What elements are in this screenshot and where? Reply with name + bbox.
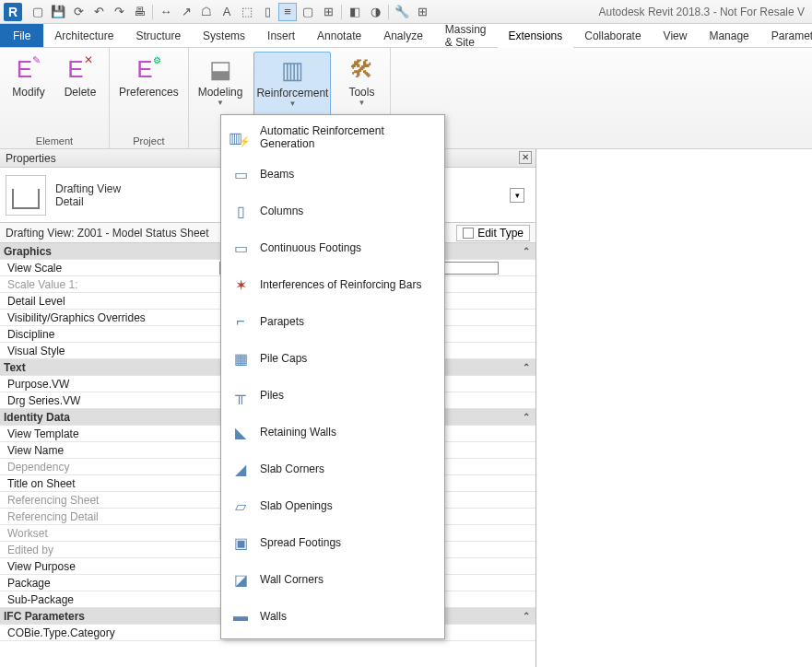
preferences-e-icon: E⚙ — [133, 53, 164, 85]
wall-icon: ▬ — [230, 606, 251, 626]
ribbon-group-label: Project — [133, 134, 164, 146]
interference-icon: ✶ — [230, 275, 251, 295]
close-views-icon[interactable]: ▢ — [299, 3, 317, 21]
tab-systems[interactable]: Systems — [192, 24, 256, 47]
tab-structure[interactable]: Structure — [124, 24, 192, 47]
menu-interferences[interactable]: ✶Interferences of Reinforcing Bars — [221, 266, 444, 303]
close-icon[interactable]: ✕ — [519, 151, 532, 164]
slab-opening-icon: ▱ — [230, 496, 251, 516]
save-icon[interactable]: 💾 — [49, 3, 67, 21]
separator — [152, 5, 153, 19]
tag-icon[interactable]: ☖ — [197, 3, 216, 21]
column-icon: ▯ — [230, 201, 251, 221]
modify-button[interactable]: E✎ Modify — [7, 52, 50, 134]
menu-wall-corners[interactable]: ◪Wall Corners — [221, 561, 444, 598]
chevron-down-icon: ▼ — [358, 99, 365, 107]
menu-beams[interactable]: ▭Beams — [221, 156, 444, 193]
align-icon[interactable]: ↗ — [177, 3, 195, 21]
addin3-icon[interactable]: ⊞ — [413, 3, 431, 21]
slab-corner-icon: ◢ — [230, 459, 251, 479]
ribbon-tabs: File Architecture Structure Systems Inse… — [0, 24, 812, 48]
tab-insert[interactable]: Insert — [256, 24, 306, 47]
column-lightning-icon: ▥⚡ — [230, 127, 251, 147]
menu-pile-caps[interactable]: ▦Pile Caps — [221, 340, 444, 377]
retaining-wall-icon: ◣ — [230, 422, 251, 442]
tab-extensions[interactable]: Extensions — [498, 24, 574, 47]
menu-retaining-walls[interactable]: ◣Retaining Walls — [221, 414, 444, 451]
tab-view[interactable]: View — [653, 24, 699, 47]
addin2-icon[interactable]: ◑ — [366, 3, 384, 21]
thin-lines-icon[interactable]: ≡ — [278, 3, 297, 21]
tab-file[interactable]: File — [0, 24, 43, 47]
menu-auto-reinforcement[interactable]: ▥⚡Automatic Reinforcement Generation — [221, 119, 444, 156]
drafting-view-icon — [6, 175, 46, 216]
measure-icon[interactable]: ↔ — [157, 3, 175, 21]
settings-icon[interactable]: 🔧 — [393, 3, 411, 21]
collapse-icon[interactable]: ⌃ — [523, 362, 530, 372]
parapet-icon: ⌐ — [230, 311, 251, 332]
separator — [388, 5, 389, 19]
menu-slab-corners[interactable]: ◢Slab Corners — [221, 451, 444, 487]
tab-architecture[interactable]: Architecture — [43, 24, 124, 47]
section-icon[interactable]: ▯ — [258, 3, 277, 21]
chevron-down-icon: ▼ — [288, 99, 296, 108]
reinforcement-dropdown-menu: ▥⚡Automatic Reinforcement Generation ▭Be… — [220, 114, 445, 639]
menu-columns[interactable]: ▯Columns — [221, 193, 444, 229]
footing-icon: ▭ — [230, 238, 251, 258]
tab-manage[interactable]: Manage — [698, 24, 759, 47]
print-icon[interactable]: 🖶 — [130, 3, 148, 21]
pencil-e-icon: E✎ — [13, 53, 44, 85]
addin1-icon[interactable]: ◧ — [346, 3, 364, 21]
edit-type-button[interactable]: Edit Type — [456, 225, 530, 241]
tab-parameter[interactable]: ParameterO — [760, 24, 812, 47]
beam-icon: ▭ — [230, 164, 251, 184]
drawing-canvas[interactable] — [536, 149, 812, 667]
reinforcement-icon: ▥ — [277, 54, 308, 86]
switch-windows-icon[interactable]: ⊞ — [319, 3, 337, 21]
revit-logo-icon[interactable]: R — [4, 3, 22, 21]
menu-parapets[interactable]: ⌐Parapets — [221, 303, 444, 340]
menu-piles[interactable]: ╥Piles — [221, 377, 444, 414]
pile-cap-icon: ▦ — [230, 348, 251, 369]
spread-footing-icon: ▣ — [230, 532, 251, 553]
tab-annotate[interactable]: Annotate — [306, 24, 372, 47]
window-title: Autodesk Revit 2018.3 - Not For Resale V — [599, 6, 808, 18]
collapse-icon[interactable]: ⌃ — [523, 611, 530, 621]
delete-button[interactable]: E✕ Delete — [59, 52, 101, 134]
menu-slab-openings[interactable]: ▱Slab Openings — [221, 487, 444, 524]
pile-icon: ╥ — [230, 385, 251, 405]
menu-spread-footings[interactable]: ▣Spread Footings — [221, 524, 444, 561]
tab-massing-site[interactable]: Massing & Site — [434, 24, 498, 47]
modeling-icon: ⬓ — [205, 53, 236, 85]
delete-e-icon: E✕ — [65, 53, 96, 85]
undo-icon[interactable]: ↶ — [89, 3, 108, 21]
tab-analyze[interactable]: Analyze — [372, 24, 434, 47]
menu-continuous-footings[interactable]: ▭Continuous Footings — [221, 229, 444, 266]
preferences-button[interactable]: E⚙ Preferences — [117, 52, 181, 134]
separator — [341, 5, 342, 19]
3d-icon[interactable]: ⬚ — [238, 3, 256, 21]
tools-icon: 🛠 — [346, 53, 377, 85]
quick-access-toolbar: R ▢ 💾 ⟳ ↶ ↷ 🖶 ↔ ↗ ☖ A ⬚ ▯ ≡ ▢ ⊞ ◧ ◑ 🔧 ⊞ … — [0, 0, 812, 24]
open-icon[interactable]: ▢ — [29, 3, 47, 21]
tab-collaborate[interactable]: Collaborate — [573, 24, 652, 47]
collapse-icon[interactable]: ⌃ — [523, 412, 530, 422]
redo-icon[interactable]: ↷ — [110, 3, 128, 21]
ribbon-group-element: E✎ Modify E✕ Delete Element — [0, 48, 110, 148]
ribbon-group-project: E⚙ Preferences Project — [110, 48, 189, 148]
chevron-down-icon: ▼ — [217, 99, 224, 107]
wall-corner-icon: ◪ — [230, 569, 251, 590]
chevron-down-icon[interactable]: ▾ — [510, 188, 524, 203]
text-icon[interactable]: A — [218, 3, 236, 21]
sync-icon[interactable]: ⟳ — [69, 3, 88, 21]
menu-walls[interactable]: ▬Walls — [221, 598, 444, 635]
ribbon-group-label: Element — [36, 134, 73, 146]
collapse-icon[interactable]: ⌃ — [523, 246, 530, 256]
